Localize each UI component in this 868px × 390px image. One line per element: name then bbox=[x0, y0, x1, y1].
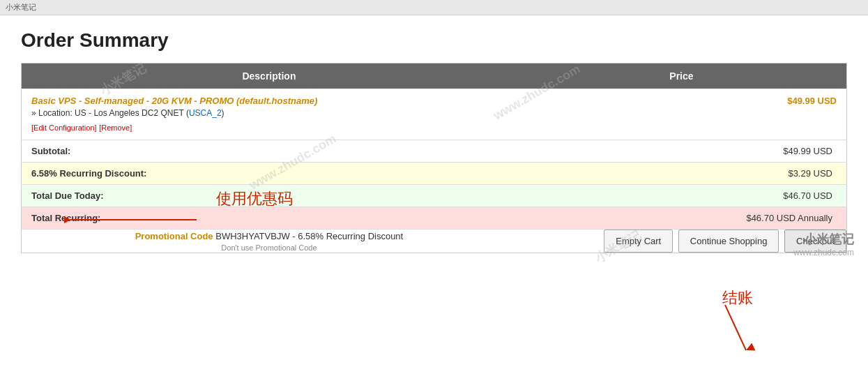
continue-shopping-button[interactable]: Continue Shopping bbox=[678, 230, 779, 253]
total-today-label: Total Due Today: bbox=[22, 185, 517, 207]
checkout-button[interactable]: Checkout bbox=[784, 230, 846, 253]
total-today-value: $46.70 USD bbox=[517, 185, 847, 207]
discount-value: $3.29 USD bbox=[517, 163, 847, 185]
app-window: 小米笔记 Order Summary Description Price Bas… bbox=[0, 0, 868, 390]
buttons-section: Empty Cart Continue Shopping Checkout bbox=[517, 230, 846, 253]
promo-section: Promotional Code BWH3HYATVBJW - 6.58% Re… bbox=[22, 231, 517, 252]
table-header-row: Description Price bbox=[22, 63, 847, 89]
product-location: » Location: US - Los Angeles DC2 QNET (U… bbox=[31, 108, 507, 118]
svg-line-3 bbox=[725, 305, 746, 350]
subtotal-value: $49.99 USD bbox=[517, 140, 847, 163]
promo-cell: Promotional Code BWH3HYATVBJW - 6.58% Re… bbox=[22, 230, 517, 253]
product-name: Basic VPS - Self-managed - 20G KVM - PRO… bbox=[31, 96, 234, 106]
dont-use-promo[interactable]: Don't use Promotional Code bbox=[22, 243, 517, 252]
remove-link[interactable]: [Remove] bbox=[99, 123, 132, 132]
discount-label: 6.58% Recurring Discount: bbox=[22, 163, 517, 185]
total-recurring-value: $46.70 USD Annually bbox=[517, 207, 847, 230]
total-today-row: Total Due Today: $46.70 USD bbox=[22, 185, 847, 207]
empty-cart-button[interactable]: Empty Cart bbox=[604, 230, 673, 253]
titlebar: 小米笔记 bbox=[0, 0, 868, 15]
buttons-cell: Empty Cart Continue Shopping Checkout bbox=[517, 230, 847, 253]
product-name-line: Basic VPS - Self-managed - 20G KVM - PRO… bbox=[31, 96, 507, 106]
checkout-arrow bbox=[704, 301, 774, 357]
location-link[interactable]: USCA_2 bbox=[189, 108, 222, 118]
footer-row: Promotional Code BWH3HYATVBJW - 6.58% Re… bbox=[22, 230, 847, 253]
product-price-cell: $49.99 USD bbox=[517, 89, 847, 140]
promo-label: Promotional Code bbox=[135, 231, 213, 241]
product-name-suffix: (default.hostname) bbox=[234, 96, 317, 106]
product-row: Basic VPS - Self-managed - 20G KVM - PRO… bbox=[22, 89, 847, 140]
total-recurring-label: Total Recurring: bbox=[22, 207, 517, 230]
total-recurring-row: Total Recurring: $46.70 USD Annually bbox=[22, 207, 847, 230]
location-prefix: » Location: US - Los Angeles DC2 QNET ( bbox=[31, 108, 189, 118]
page-title: Order Summary bbox=[21, 29, 847, 52]
col-description-header: Description bbox=[22, 63, 517, 89]
location-suffix: ) bbox=[222, 108, 224, 118]
product-description-cell: Basic VPS - Self-managed - 20G KVM - PRO… bbox=[22, 89, 517, 140]
edit-links: [Edit Configuration] [Remove] bbox=[31, 122, 507, 133]
promo-code: BWH3HYATVBJW - 6.58% Recurring Discount bbox=[215, 231, 403, 241]
page-content: Order Summary Description Price Basic VP… bbox=[0, 15, 868, 267]
subtotal-row: Subtotal: $49.99 USD bbox=[22, 140, 847, 163]
subtotal-label: Subtotal: bbox=[22, 140, 517, 163]
edit-config-link[interactable]: [Edit Configuration] bbox=[31, 123, 97, 132]
order-table: Description Price Basic VPS - Self-manag… bbox=[21, 63, 847, 253]
col-price-header: Price bbox=[517, 63, 847, 89]
discount-row: 6.58% Recurring Discount: $3.29 USD bbox=[22, 163, 847, 185]
titlebar-label: 小米笔记 bbox=[6, 3, 36, 11]
